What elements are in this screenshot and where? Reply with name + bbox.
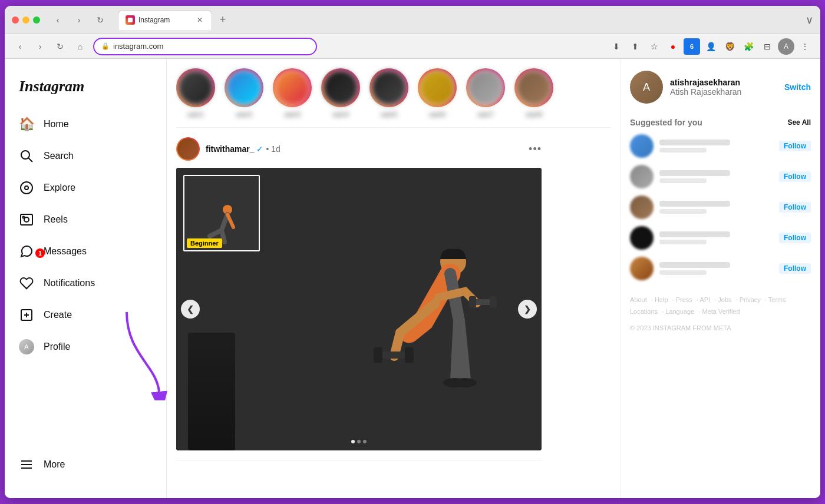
sidebar-item-profile[interactable]: A Profile <box>12 332 159 362</box>
sidebar-item-explore[interactable]: Explore <box>12 173 159 203</box>
sidebar-item-create[interactable]: Create <box>12 300 159 330</box>
user-profile-row: A atishrajasekharan Atish Rajasekharan S… <box>630 71 811 104</box>
follow-button-5[interactable]: Follow <box>779 263 811 274</box>
extension-icon-1[interactable]: 6 <box>684 38 700 55</box>
url-display: instagram.com <box>113 42 163 51</box>
notifications-icon <box>19 276 34 291</box>
follow-button-3[interactable]: Follow <box>779 202 811 213</box>
profile-icon[interactable]: A <box>778 38 794 55</box>
follow-button-1[interactable]: Follow <box>779 141 811 151</box>
about-link[interactable]: About <box>630 296 647 303</box>
post-prev-button[interactable]: ❮ <box>181 300 200 319</box>
bookmark-icon[interactable]: ☆ <box>646 38 662 55</box>
browser-options-icon[interactable]: ⋮ <box>797 38 813 55</box>
forward-btn-addr[interactable]: › <box>32 38 48 55</box>
sidebar-item-notifications[interactable]: Notifications <box>12 268 159 298</box>
user-avatar[interactable]: A <box>630 71 663 104</box>
sidebar-item-messages[interactable]: 1 Messages <box>12 237 159 266</box>
explore-label: Explore <box>44 183 75 193</box>
profile-nav-icon: A <box>19 339 34 354</box>
suggestion-avatar <box>630 226 654 250</box>
active-tab[interactable]: Instagram ✕ <box>118 10 212 30</box>
post-username[interactable]: fitwithamar_ <box>206 144 254 154</box>
post-next-button[interactable]: ❯ <box>518 300 537 319</box>
story-item[interactable]: user6 <box>418 68 457 118</box>
download-icon[interactable]: ⬇ <box>608 38 625 55</box>
post-avatar[interactable] <box>176 137 200 161</box>
browser-nav: ‹ › ↻ <box>50 12 108 28</box>
suggestion-avatar <box>630 257 654 280</box>
follow-button-2[interactable]: Follow <box>779 171 811 182</box>
suggestion-name-blur <box>659 231 730 237</box>
extension-icon-4[interactable]: 🧩 <box>740 38 757 55</box>
press-link[interactable]: Press <box>676 296 692 303</box>
sidebar-item-more[interactable]: More <box>12 450 159 479</box>
opera-icon[interactable]: ● <box>665 38 681 55</box>
privacy-link[interactable]: Privacy <box>740 296 761 303</box>
suggestion-item: Follow <box>630 226 811 250</box>
reload-btn-addr[interactable]: ↻ <box>52 38 68 55</box>
browser-toolbar-icons: ⬇ ⬆ ☆ ● 6 👤 🦁 🧩 ⊟ A ⋮ <box>608 38 813 55</box>
jobs-link[interactable]: Jobs <box>718 296 731 303</box>
story-item[interactable]: user1 <box>176 68 215 118</box>
follow-button-4[interactable]: Follow <box>779 233 811 243</box>
maximize-button[interactable] <box>33 16 40 24</box>
suggestion-avatar <box>630 165 654 188</box>
story-item[interactable]: user2 <box>225 68 263 118</box>
tab-title: Instagram <box>138 16 170 24</box>
address-bar[interactable]: 🔒 instagram.com <box>93 38 317 55</box>
switch-button[interactable]: Switch <box>784 82 811 92</box>
sidebar-item-search[interactable]: Search <box>12 141 159 171</box>
post-media: Beginner <box>176 168 542 450</box>
extension-icon-3[interactable]: 🦁 <box>721 38 738 55</box>
thumbnail-beginner-label: Beginner <box>187 238 222 248</box>
user-fullname: Atish Rajasekharan <box>670 87 777 97</box>
ig-nav: 🏠 Home Search <box>12 110 159 450</box>
footer-link-row-2: Locations · Language · Meta Verified <box>630 306 811 318</box>
footer-links: About · Help · Press · API · Jobs · Priv… <box>630 294 811 334</box>
terms-link[interactable]: Terms <box>768 296 786 303</box>
close-button[interactable] <box>12 16 19 24</box>
locations-link[interactable]: Locations <box>630 308 658 315</box>
svg-rect-19 <box>374 347 382 363</box>
suggestion-info <box>659 170 773 183</box>
help-link[interactable]: Help <box>655 296 668 303</box>
back-button[interactable]: ‹ <box>50 12 66 28</box>
share-icon[interactable]: ⬆ <box>627 38 644 55</box>
main-feed: user1 user2 user3 user4 user5 <box>167 59 620 498</box>
home-btn-addr[interactable]: ⌂ <box>72 38 88 55</box>
story-item[interactable]: user7 <box>466 68 505 118</box>
sidebar-item-reels[interactable]: Reels <box>12 205 159 234</box>
suggestions-header: Suggested for you See All <box>630 118 811 127</box>
more-section: More <box>12 450 159 489</box>
minimize-button[interactable] <box>22 16 29 24</box>
post-more-button[interactable]: ••• <box>529 143 542 155</box>
browser-titlebar: ‹ › ↻ Instagram ✕ + ∨ <box>5 6 820 34</box>
see-all-button[interactable]: See All <box>787 118 811 127</box>
sidebar-item-home[interactable]: 🏠 Home <box>12 110 159 139</box>
extension-icon-2[interactable]: 👤 <box>702 38 719 55</box>
tab-close-button[interactable]: ✕ <box>195 15 204 25</box>
browser-menu-button[interactable]: ∨ <box>806 14 813 26</box>
back-btn-addr[interactable]: ‹ <box>12 38 28 55</box>
user-info: atishrajasekharan Atish Rajasekharan <box>670 78 777 97</box>
suggestion-name-blur <box>659 201 730 207</box>
forward-button[interactable]: › <box>71 12 87 28</box>
story-item[interactable]: user3 <box>273 68 312 118</box>
story-item[interactable]: user8 <box>514 68 553 118</box>
suggestion-item: Follow <box>630 134 811 158</box>
extension-icon-5[interactable]: ⊟ <box>759 38 776 55</box>
reload-button[interactable]: ↻ <box>92 12 108 28</box>
suggestions-title: Suggested for you <box>630 118 702 127</box>
browser-content: Instagram 🏠 Home Search <box>5 59 820 498</box>
instagram-logo[interactable]: Instagram <box>12 68 159 110</box>
api-link[interactable]: API <box>699 296 710 303</box>
story-item[interactable]: user4 <box>321 68 360 118</box>
new-tab-button[interactable]: + <box>214 12 231 28</box>
user-display-name[interactable]: atishrajasekharan <box>670 78 777 87</box>
language-link[interactable]: Language <box>665 308 694 315</box>
meta-verified-link[interactable]: Meta Verified <box>702 308 740 315</box>
post-thumbnail: Beginner <box>183 175 260 251</box>
explore-icon <box>19 180 34 195</box>
story-item[interactable]: user5 <box>369 68 408 118</box>
